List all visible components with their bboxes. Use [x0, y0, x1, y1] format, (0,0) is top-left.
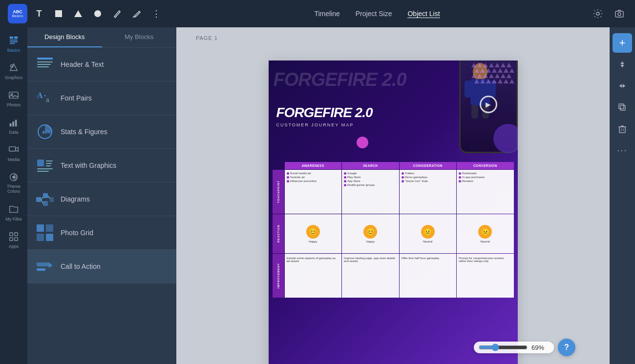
pen-tool-button[interactable] — [109, 6, 125, 21]
list-item: In-app purchases — [459, 176, 512, 179]
tab-my-blocks[interactable]: My Blocks — [102, 27, 177, 47]
toolbar-tools: ABC Basics T ⋮ — [8, 4, 164, 23]
block-label-font-pairs: Font Pairs — [61, 94, 92, 102]
tp-text: App Store — [347, 180, 360, 182]
more-tools-button[interactable]: ⋮ — [148, 6, 164, 21]
add-button[interactable]: + — [613, 33, 632, 53]
jb-touchpoint-consideration: Trailers Demo gameplays "Game Con" trial… — [400, 170, 457, 214]
improvement-text: Prompt for comprehensive reviews rather … — [459, 257, 504, 263]
timeline-link[interactable]: Timeline — [314, 10, 339, 18]
object-list-link[interactable]: Object List — [407, 10, 440, 18]
svg-rect-50 — [46, 234, 53, 241]
svg-rect-7 — [14, 37, 18, 39]
tp-text: Youtube ad — [290, 176, 305, 179]
sidebar-item-data[interactable]: Data — [2, 113, 25, 139]
svg-rect-15 — [10, 123, 12, 126]
sidebar-item-theme-colors[interactable]: Theme Colors — [2, 168, 25, 198]
zoom-slider[interactable] — [479, 344, 528, 351]
block-item-diagrams[interactable]: Diagrams — [27, 182, 176, 216]
tp-dot — [344, 184, 346, 186]
accent-dot — [357, 137, 368, 148]
tp-dot — [402, 180, 404, 182]
svg-rect-42 — [43, 201, 48, 206]
svg-rect-16 — [12, 121, 14, 126]
circle-tool-button[interactable] — [90, 6, 106, 21]
sidebar-item-my-files[interactable]: My Files — [2, 200, 25, 225]
svg-point-2 — [94, 10, 101, 17]
duplicate-button[interactable] — [613, 98, 632, 117]
move-up-down-button[interactable] — [613, 55, 632, 74]
text-with-graphics-icon — [35, 156, 55, 175]
block-item-text-with-graphics[interactable]: Text with Graphics — [27, 149, 176, 182]
svg-text:40%: 40% — [42, 130, 51, 135]
tab-design-blocks[interactable]: Design Blocks — [27, 27, 102, 47]
journey-header-row: AWARENESS SEARCH CONSIDERATION CONVERSIO… — [273, 162, 514, 169]
app-logo[interactable]: ABC Basics — [8, 4, 27, 23]
jb-reaction-consideration: 😐 Neutral — [400, 214, 457, 253]
tp-dot — [344, 176, 346, 179]
tp-dot — [459, 172, 461, 175]
sidebar-item-graphics[interactable]: Graphics — [2, 59, 25, 84]
delete-button[interactable] — [613, 119, 632, 139]
jb-reaction-search: 😊 Happy — [342, 214, 399, 253]
top-toolbar: ABC Basics T ⋮ Timeline Project Size Obj… — [0, 0, 635, 27]
project-size-link[interactable]: Project Size — [356, 10, 392, 18]
svg-rect-90 — [619, 104, 624, 109]
svg-rect-40 — [36, 197, 41, 202]
improvement-text: Include some aspects of gameplay as ad a… — [287, 257, 336, 263]
sidebar-item-media[interactable]: Media — [2, 141, 25, 166]
jh-awareness: AWARENESS — [285, 162, 342, 169]
pencil-tool-button[interactable] — [129, 6, 145, 21]
sidebar-item-apps[interactable]: Apps — [2, 227, 25, 253]
design-canvas[interactable]: FORGEFIRE 2.0 FORGEFIRE 2.0 CUSTOMER JOU… — [269, 61, 518, 364]
tp-text: Google — [347, 172, 357, 175]
tp-text: Reddit gamer groups — [347, 183, 375, 186]
tp-text: Downloads — [462, 172, 477, 175]
camera-icon[interactable] — [612, 6, 627, 21]
canvas-area: PAGE 1 — [176, 27, 610, 364]
svg-rect-18 — [9, 147, 16, 151]
tp-text: Social media ad — [290, 172, 311, 175]
hero-text-side: FORGEFIRE 2.0 FORGEFIRE 2.0 CUSTOMER JOU… — [269, 61, 518, 158]
bottom-bar: 69% ? — [474, 339, 575, 356]
svg-rect-49 — [37, 234, 44, 241]
hero-bg-title: FORGEFIRE 2.0 — [274, 70, 406, 89]
svg-rect-91 — [619, 127, 625, 133]
block-item-header-text[interactable]: Header & Text — [27, 48, 176, 81]
sidebar-item-photos[interactable]: Photos — [2, 86, 25, 111]
triangle-tool-button[interactable] — [70, 6, 86, 21]
tp-dot — [287, 176, 289, 179]
list-item: Influencer promotion — [287, 180, 340, 182]
panel-block-list: Header & Text A a Font Pairs — [27, 48, 176, 364]
more-options-button[interactable]: ··· — [613, 141, 632, 160]
jb-improvement-conversion: Prompt for comprehensive reviews rather … — [457, 254, 514, 298]
diagrams-icon — [35, 189, 55, 209]
journey-row-improvement: IMPROVEMENT Include some aspects of game… — [273, 254, 514, 298]
block-item-photo-grid[interactable]: Photo Grid — [27, 216, 176, 250]
block-item-font-pairs[interactable]: A a Font Pairs — [27, 81, 176, 115]
svg-rect-35 — [46, 161, 53, 162]
rect-tool-button[interactable] — [51, 6, 66, 21]
canvas-content: FORGEFIRE 2.0 FORGEFIRE 2.0 CUSTOMER JOU… — [269, 61, 518, 364]
list-item: "Game Con" trials — [402, 180, 455, 182]
svg-rect-13 — [9, 92, 18, 99]
tp-dot — [287, 180, 289, 182]
svg-rect-4 — [615, 11, 623, 17]
svg-rect-48 — [46, 224, 53, 232]
svg-line-45 — [41, 200, 43, 203]
block-item-stats-figures[interactable]: 40% Stats & Figures — [27, 115, 176, 149]
svg-rect-39 — [37, 171, 49, 172]
photo-grid-icon — [35, 223, 55, 243]
sidebar-item-basics[interactable]: Basics — [2, 31, 25, 57]
text-tool-button[interactable]: T — [31, 6, 47, 21]
help-button[interactable]: ? — [558, 339, 575, 356]
move-left-right-button[interactable] — [613, 76, 632, 96]
block-item-call-to-action[interactable]: Call to Action — [27, 250, 176, 283]
svg-rect-41 — [43, 193, 48, 198]
improvement-text: Improve landing page, app store details … — [344, 257, 395, 263]
tp-dot — [459, 180, 461, 182]
emoji-happy-2: 😊 — [363, 225, 377, 239]
left-panel: Design Blocks My Blocks Header & Text — [27, 27, 176, 364]
svg-rect-10 — [10, 43, 15, 44]
settings-icon[interactable] — [590, 6, 606, 21]
